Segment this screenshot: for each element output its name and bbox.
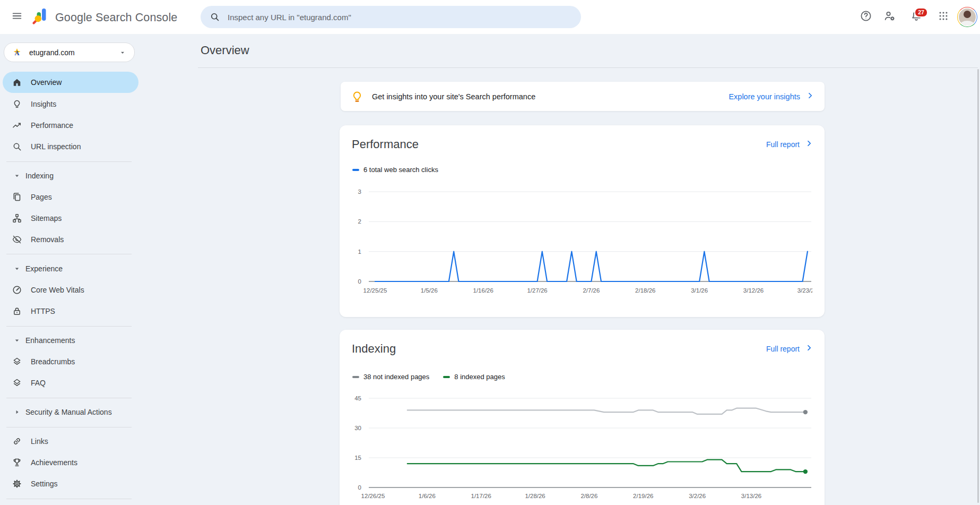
sidebar-item-label: URL inspection <box>31 142 81 151</box>
sidebar-item-overview[interactable]: Overview <box>3 72 138 93</box>
sidebar-section-enhancements[interactable]: Enhancements <box>3 330 138 351</box>
svg-text:2: 2 <box>358 218 361 225</box>
sidebar-item-pages[interactable]: Pages <box>3 186 138 208</box>
legend-label: 8 indexed pages <box>454 373 505 381</box>
sidebar-item-insights[interactable]: Insights <box>3 93 138 115</box>
insights-icon <box>12 99 22 109</box>
svg-text:12/25/25: 12/25/25 <box>363 287 387 294</box>
svg-text:3/12/26: 3/12/26 <box>743 287 764 294</box>
sidebar-item-label: Performance <box>31 121 73 130</box>
sitemaps-icon <box>12 213 22 224</box>
hamburger-menu-button[interactable] <box>6 6 28 28</box>
google-apps-button[interactable] <box>933 6 954 28</box>
performance-full-report-link[interactable]: Full report <box>766 139 814 150</box>
url-inspection-icon <box>12 141 22 152</box>
breadcrumbs-icon <box>12 356 22 367</box>
url-inspect-input[interactable] <box>227 12 571 22</box>
legend-entry: 38 not indexed pages <box>352 373 429 381</box>
notifications-badge: 27 <box>914 7 928 18</box>
performance-card: Performance Full report 6 total web sear… <box>340 125 825 317</box>
caret-right-icon <box>13 408 21 416</box>
svg-text:45: 45 <box>354 395 361 401</box>
sidebar-item-performance[interactable]: Performance <box>3 115 138 136</box>
legend-entry: 8 indexed pages <box>443 373 505 381</box>
pages-icon <box>12 192 22 202</box>
property-selector[interactable]: A etugrand.com <box>4 42 135 62</box>
legend-dash <box>443 376 450 378</box>
sidebar-divider <box>6 326 132 327</box>
sidebar-item-achievements[interactable]: Achievements <box>3 452 138 473</box>
sidebar-divider <box>6 254 132 254</box>
explore-insights-link[interactable]: Explore your insights <box>729 91 815 102</box>
help-button[interactable] <box>855 6 877 28</box>
sidebar-item-links[interactable]: Links <box>3 431 138 452</box>
svg-text:1/17/26: 1/17/26 <box>471 493 491 499</box>
notifications-button[interactable]: 27 <box>906 6 927 28</box>
sidebar-item-sitemaps[interactable]: Sitemaps <box>3 208 138 229</box>
avatar-photo <box>958 7 977 27</box>
dropdown-arrow-icon <box>119 49 126 56</box>
account-avatar[interactable] <box>957 7 977 27</box>
manage-users-button[interactable] <box>879 6 900 28</box>
sidebar-divider <box>6 161 132 162</box>
performance-icon <box>12 120 22 131</box>
explore-insights-label: Explore your insights <box>729 92 800 101</box>
search-icon <box>210 12 220 22</box>
legend-entry: 6 total web search clicks <box>352 166 438 174</box>
app-logo[interactable]: GoogleSearch Console <box>30 6 177 29</box>
settings-icon <box>12 478 22 489</box>
svg-text:2/7/26: 2/7/26 <box>583 287 600 294</box>
svg-text:1/27/26: 1/27/26 <box>527 287 547 294</box>
svg-text:1/6/26: 1/6/26 <box>419 493 436 499</box>
sidebar-section-label: Experience <box>25 264 63 273</box>
performance-chart: 012312/25/251/5/261/16/261/27/262/7/262/… <box>352 186 812 299</box>
sidebar-item-https[interactable]: HTTPS <box>3 301 138 322</box>
svg-text:2/8/26: 2/8/26 <box>580 493 597 499</box>
sidebar-section-security-manual-actions[interactable]: Security & Manual Actions <box>3 401 138 423</box>
manage-users-icon <box>883 10 896 24</box>
legend-dash <box>352 376 359 378</box>
svg-text:2/19/26: 2/19/26 <box>633 493 653 499</box>
sidebar-item-label: Sitemaps <box>31 214 62 222</box>
faq-icon <box>12 378 22 388</box>
sidebar-item-removals[interactable]: Removals <box>3 229 138 250</box>
lightbulb-icon <box>350 90 364 104</box>
sidebar-item-label: Settings <box>31 480 58 488</box>
sidebar-divider <box>6 427 132 427</box>
content-divider <box>198 67 978 68</box>
full-report-label: Full report <box>766 345 800 353</box>
svg-text:30: 30 <box>354 425 361 431</box>
property-domain: etugrand.com <box>29 48 119 57</box>
site-favicon: A <box>12 47 22 58</box>
sidebar-item-url-inspection[interactable]: URL inspection <box>3 136 138 157</box>
sidebar-item-settings[interactable]: Settings <box>3 473 138 494</box>
svg-text:3/1/26: 3/1/26 <box>691 287 708 294</box>
sidebar-item-core-web-vitals[interactable]: Core Web Vitals <box>3 279 138 301</box>
svg-text:3: 3 <box>358 189 361 195</box>
sidebar-item-label: Insights <box>31 100 56 108</box>
apps-grid-icon <box>938 10 949 24</box>
vertical-scrollbar[interactable] <box>977 69 979 503</box>
sidebar-item-label: Core Web Vitals <box>31 286 84 294</box>
svg-text:3/2/26: 3/2/26 <box>689 493 706 499</box>
sidebar-item-breadcrumbs[interactable]: Breadcrumbs <box>3 351 138 372</box>
sidebar-section-indexing[interactable]: Indexing <box>3 165 138 186</box>
legend-label: 6 total web search clicks <box>363 166 438 174</box>
home-icon <box>12 77 22 88</box>
sidebar-section-label: Security & Manual Actions <box>25 408 112 416</box>
sidebar-item-label: Achievements <box>31 458 77 467</box>
https-icon <box>12 306 22 316</box>
caret-down-icon <box>13 337 21 344</box>
sidebar-divider <box>6 398 132 398</box>
sidebar-item-label: HTTPS <box>31 307 55 315</box>
sidebar-item-faq[interactable]: FAQ <box>3 372 138 393</box>
performance-card-title: Performance <box>352 138 419 151</box>
chevron-right-icon <box>804 139 814 150</box>
sidebar-item-label: Breadcrumbs <box>31 357 75 366</box>
sidebar-section-experience[interactable]: Experience <box>3 258 138 279</box>
indexing-full-report-link[interactable]: Full report <box>766 343 814 355</box>
achievements-icon <box>12 457 22 468</box>
svg-text:0: 0 <box>358 484 361 491</box>
url-inspect-searchbar <box>201 6 581 28</box>
full-report-label: Full report <box>766 140 800 149</box>
